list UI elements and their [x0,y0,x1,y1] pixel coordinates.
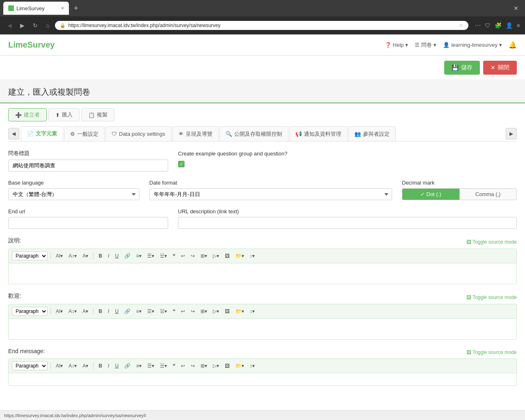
welcome-font-size-btn[interactable]: A↕▾ [66,308,79,315]
end-ai-btn[interactable]: AI▾ [54,362,65,370]
font-color-btn[interactable]: A▾ [80,252,90,260]
font-size-btn[interactable]: A↕▾ [66,252,79,260]
welcome-ordered-list-btn[interactable]: ☱▾ [158,308,169,315]
undo-btn[interactable]: ↩ [179,252,187,260]
welcome-table-btn[interactable]: ⊞▾ [199,308,209,315]
help-menu[interactable]: ❓ Help ▾ [385,42,409,48]
sub-tab-create[interactable]: ➕ 建立者 [8,108,47,121]
tab-data-policy[interactable]: 🛡 Data policy settings [105,126,171,141]
decimal-dot-option[interactable]: ✓ Dot (.) [402,189,460,200]
file-btn[interactable]: 📁▾ [233,252,246,260]
welcome-blockquote-btn[interactable]: ❝ [171,308,177,315]
end-url-input[interactable] [8,217,168,229]
more-icon[interactable]: ≡ [517,22,520,29]
bold-btn[interactable]: B [96,252,104,260]
tab-access-control[interactable]: 🔍 公開及存取權限控制 [219,126,288,141]
home-button[interactable]: ⌂ [43,21,52,30]
date-format-select[interactable]: 年年年年-月月-日日 [149,188,392,200]
end-link-btn[interactable]: 🔗 [122,362,132,370]
profile-icon[interactable]: 👤 [506,22,513,29]
ai-btn[interactable]: AI▾ [54,252,65,260]
welcome-redo-btn[interactable]: ↪ [189,308,197,315]
welcome-font-color-btn[interactable]: A▾ [80,308,90,315]
welcome-undo-btn[interactable]: ↩ [179,308,187,315]
end-list-btn[interactable]: ☰▾ [145,362,156,370]
shield-icon[interactable]: 🛡 [485,22,491,29]
welcome-ai-btn[interactable]: AI▾ [54,308,65,315]
browser-tab[interactable]: LimeSurvey × [3,2,69,15]
end-italic-btn[interactable]: I [106,362,111,370]
tab-text-elements[interactable]: 📄 文字元素 [21,126,63,141]
welcome-bold-btn[interactable]: B [96,308,104,315]
blockquote-btn[interactable]: ❝ [171,252,177,260]
welcome-image-btn[interactable]: 🖼 [223,308,232,315]
end-table-btn[interactable]: ⊞▾ [199,362,209,370]
end-ordered-list-btn[interactable]: ☱▾ [158,362,169,370]
tab-notifications[interactable]: 📢 通知及資料管理 [289,126,347,141]
welcome-italic-btn[interactable]: I [106,308,111,315]
paragraph-select[interactable]: Paragraph [12,251,48,260]
welcome-file-btn[interactable]: 📁▾ [233,308,246,315]
welcome-align-btn[interactable]: ≡▾ [134,308,144,315]
end-paragraph-select[interactable]: Paragraph [12,361,48,370]
end-font-color-btn[interactable]: A▾ [80,362,90,370]
survey-title-input[interactable] [8,160,168,171]
welcome-paragraph-select[interactable]: Paragraph [12,307,48,316]
forward-button[interactable]: ▶ [18,21,27,30]
browser-close-btn[interactable]: ✕ [510,5,522,11]
notification-bell[interactable]: 🔔 [509,41,517,49]
extensions-icon[interactable]: 🧩 [495,22,502,29]
menu-dots-icon[interactable]: ⋯ [475,22,481,29]
list-btn[interactable]: ☰▾ [145,252,156,260]
create-example-checkbox[interactable]: ✓ [178,161,185,167]
end-message-editor-body[interactable] [9,373,516,386]
tab-close-btn[interactable]: × [61,5,64,11]
end-underline-btn[interactable]: U [113,362,121,370]
ordered-list-btn[interactable]: ☱▾ [158,252,169,260]
user-menu[interactable]: 👤 learning-limesurvey ▾ [443,42,502,48]
save-button[interactable]: 💾 儲存 [444,61,480,75]
tab-next-button[interactable]: ▶ [506,128,517,139]
end-font-size-btn[interactable]: A↕▾ [66,362,79,370]
end-undo-btn[interactable]: ↩ [179,362,187,370]
sub-tab-copy[interactable]: 📋 複製 [81,108,114,121]
end-blockquote-btn[interactable]: ❝ [171,362,177,370]
tab-presentation[interactable]: 👁 呈現及導覽 [172,126,219,141]
welcome-underline-btn[interactable]: U [113,308,121,315]
tab-prev-button[interactable]: ◀ [8,128,19,139]
tab-participants[interactable]: 👥 參與者設定 [348,126,396,141]
media-btn[interactable]: ▷▾ [211,252,221,260]
sub-tab-import[interactable]: ⬆ 匯入 [48,108,80,121]
welcome-special-btn[interactable]: ↕▾ [248,308,257,315]
back-button[interactable]: ◀ [5,21,14,30]
welcome-list-btn[interactable]: ☰▾ [145,308,156,315]
url-description-input[interactable] [178,217,517,229]
description-editor-body[interactable] [9,263,516,284]
welcome-toggle-source[interactable]: 🖼 Toggle source mode [466,294,517,300]
new-tab-button[interactable]: + [71,4,81,13]
special-btn[interactable]: ↕▾ [248,252,257,260]
align-btn[interactable]: ≡▾ [134,252,144,260]
end-media-btn[interactable]: ▷▾ [211,362,221,370]
italic-btn[interactable]: I [106,252,111,260]
survey-menu[interactable]: ☰ 問卷 ▾ [415,41,436,49]
end-redo-btn[interactable]: ↪ [189,362,197,370]
end-message-toggle-source[interactable]: 🖼 Toggle source mode [466,349,517,355]
link-btn[interactable]: 🔗 [122,252,132,260]
welcome-link-btn[interactable]: 🔗 [122,308,132,315]
end-file-btn[interactable]: 📁▾ [233,362,246,370]
redo-btn[interactable]: ↪ [189,252,197,260]
welcome-editor-body[interactable] [9,319,516,339]
address-bar[interactable]: 🔒 https://limesurvey.imacat.idv.tw/index… [55,21,468,30]
description-toggle-source[interactable]: 🖼 Toggle source mode [466,239,517,245]
underline-btn[interactable]: U [113,252,121,260]
table-btn[interactable]: ⊞▾ [199,252,209,260]
close-button[interactable]: ✕ 關閉 [483,61,517,75]
tab-general-settings[interactable]: ⚙ 一般設定 [64,126,105,141]
end-bold-btn[interactable]: B [96,362,104,370]
end-align-btn[interactable]: ≡▾ [134,362,144,370]
bookmark-icon[interactable]: ☆ [459,23,463,28]
refresh-button[interactable]: ↻ [30,21,40,30]
base-language-select[interactable]: 中文（繁體-台灣） [8,188,139,200]
decimal-comma-option[interactable]: Comma (,) [460,189,517,200]
